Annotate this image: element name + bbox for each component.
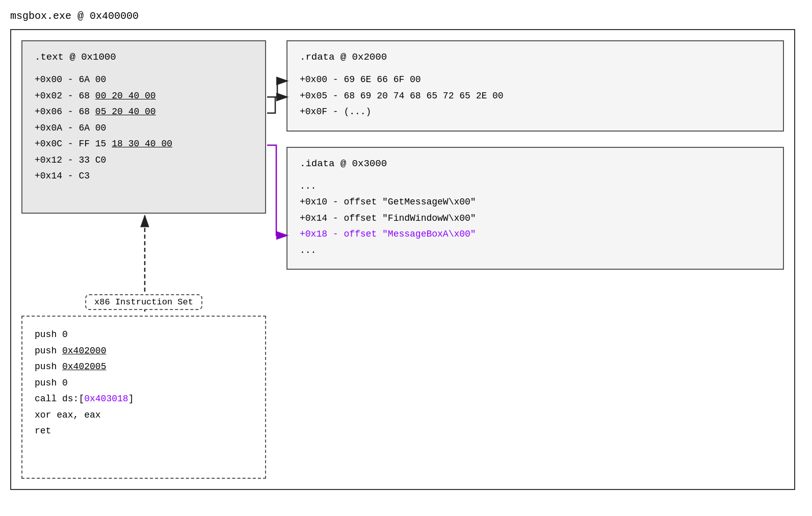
top-row: .text @ 0x1000 +0x00 - 6A 00 +0x02 - 68 … xyxy=(21,40,784,270)
text-line-1: +0x02 - 68 00 20 40 00 xyxy=(35,88,253,105)
idata-line-dots-bottom: ... xyxy=(300,243,771,259)
instr-underline-1: 0x402000 xyxy=(62,346,106,356)
idata-section: .idata @ 0x3000 ... +0x10 - offset "GetM… xyxy=(286,147,784,270)
rdata-line-2: +0x0F - (...) xyxy=(300,104,771,120)
idata-line-dots-top: ... xyxy=(300,178,771,195)
instr-line-4: call ds:[0x403018] xyxy=(35,391,253,407)
text-line-2: +0x06 - 68 05 20 40 00 xyxy=(35,104,253,120)
x86-label: x86 Instruction Set xyxy=(85,294,202,310)
instr-line-3: push 0 xyxy=(35,375,253,392)
instr-line-2: push 0x402005 xyxy=(35,359,253,375)
rdata-section-title: .rdata @ 0x2000 xyxy=(300,51,771,63)
idata-section-title: .idata @ 0x3000 xyxy=(300,158,771,169)
right-col: .rdata @ 0x2000 +0x00 - 69 6E 66 6F 00 +… xyxy=(286,40,784,270)
bottom-row: x86 Instruction Set push 0 push 0x402000… xyxy=(21,285,784,479)
text-line-4: +0x0C - FF 15 18 30 40 00 xyxy=(35,136,253,152)
instruction-box: x86 Instruction Set push 0 push 0x402000… xyxy=(21,316,266,479)
idata-line-0: +0x10 - offset "GetMessageW\x00" xyxy=(300,194,771,211)
text-section: .text @ 0x1000 +0x00 - 6A 00 +0x02 - 68 … xyxy=(21,40,266,214)
rdata-section: .rdata @ 0x2000 +0x00 - 69 6E 66 6F 00 +… xyxy=(286,40,784,132)
text-section-title: .text @ 0x1000 xyxy=(35,51,253,63)
rdata-line-1: +0x05 - 68 69 20 74 68 65 72 65 2E 00 xyxy=(300,88,771,105)
rdata-line-0: +0x00 - 69 6E 66 6F 00 xyxy=(300,72,771,88)
instr-underline-2: 0x402005 xyxy=(62,362,106,372)
text-underline-4: 18 30 40 00 xyxy=(112,139,172,149)
instr-line-1: push 0x402000 xyxy=(35,343,253,359)
instr-line-0: push 0 xyxy=(35,327,253,343)
page-title: msgbox.exe @ 0x400000 xyxy=(10,10,802,22)
text-underline-1: 00 20 40 00 xyxy=(95,91,156,101)
idata-line-purple: +0x18 - offset "MessageBoxA\x00" xyxy=(300,226,771,243)
instr-line-6: ret xyxy=(35,423,253,440)
text-line-0: +0x00 - 6A 00 xyxy=(35,72,253,88)
idata-line-1: +0x14 - offset "FindWindowW\x00" xyxy=(300,211,771,227)
text-line-3: +0x0A - 6A 00 xyxy=(35,120,253,137)
text-underline-2: 05 20 40 00 xyxy=(95,107,156,117)
instr-call-addr: 0x403018 xyxy=(84,394,128,404)
outer-box: .text @ 0x1000 +0x00 - 6A 00 +0x02 - 68 … xyxy=(10,29,795,490)
text-line-6: +0x14 - C3 xyxy=(35,168,253,185)
instr-line-5: xor eax, eax xyxy=(35,407,253,424)
text-line-5: +0x12 - 33 C0 xyxy=(35,152,253,169)
